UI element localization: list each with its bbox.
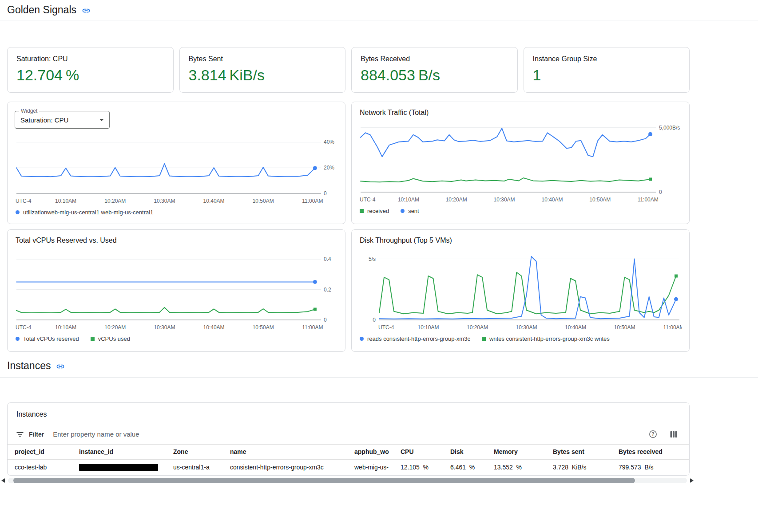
column-header-name[interactable]: name [223,445,347,459]
legend-label: writes consistent-http-errors-group-xm3c… [489,335,610,342]
scroll-left-arrow-icon[interactable] [1,478,5,483]
scorecard-value-number: 1 [533,67,541,83]
svg-text:11:00AM: 11:00AM [302,198,323,204]
svg-text:UTC-4: UTC-4 [378,324,394,331]
filter-label: Filter [29,431,44,438]
svg-text:10:50AM: 10:50AM [589,197,611,203]
column-header-cpu[interactable]: CPU [393,445,443,459]
svg-text:10:20AM: 10:20AM [446,197,467,203]
column-header-project-id[interactable]: project_id [8,445,72,459]
legend-dot-marker [16,210,20,214]
widget-select[interactable]: Widget Saturation: CPU [15,111,110,129]
vcpus-chart-card: Total vCPUs Reserved vs. Used 0.40.20UTC… [7,229,345,352]
table-cell: 3.728 KiB/s [546,459,611,475]
legend-item[interactable]: writes consistent-http-errors-group-xm3c… [482,335,610,342]
filter-bar-actions: ? [649,430,681,438]
svg-text:10:30AM: 10:30AM [154,198,175,204]
disk-throughput-chart[interactable]: 5/s0UTC-410:10AM10:20AM10:30AM10:40AM10:… [359,247,682,333]
svg-text:10:50AM: 10:50AM [253,324,274,331]
scorecard-value-unit: B/s [418,67,440,83]
disk-throughput-legend: reads consistent-http-errors-group-xm3cw… [359,335,682,342]
svg-text:10:20AM: 10:20AM [104,198,126,204]
table-cell: consistent-http-errors-group-xm3c [223,459,347,475]
scorecard-saturation-cpu: Saturation: CPU 12.704% [7,47,174,93]
svg-text:10:20AM: 10:20AM [104,324,126,331]
saturation-cpu-chart[interactable]: 40%20%0UTC-410:10AM10:20AM10:30AM10:40AM… [15,131,338,207]
chart-title: Disk Throughput (Top 5 VMs) [360,236,682,244]
horizontal-scrollbar[interactable] [0,478,695,483]
svg-text:10:20AM: 10:20AM [467,324,488,331]
svg-text:0: 0 [324,317,327,323]
column-header-bytes-received[interactable]: Bytes received [611,445,689,459]
column-header-disk[interactable]: Disk [443,445,487,459]
scorecard-instance-group-size: Instance Group Size 1 [524,47,690,93]
table-cell: 799.573 B/s [611,459,689,475]
column-header-instance-id[interactable]: instance_id [72,445,166,459]
svg-text:20%: 20% [324,165,334,171]
column-header-zone[interactable]: Zone [166,445,223,459]
filter-list-icon [16,430,24,439]
table-cell: web-mig-us- [347,459,393,475]
scorecard-value: 1 [533,67,681,84]
column-selector-icon[interactable] [670,430,678,438]
instances-table-card: Instances Filter ? project_idinstance_id… [7,402,690,476]
legend-square-marker [482,337,486,341]
legend-item[interactable]: sent [401,208,419,214]
scorecard-value-unit: KiB/s [230,67,265,83]
page-title: Golden Signals [7,4,76,16]
table-cell: us-central1-a [166,459,223,475]
legend-label: reads consistent-http-errors-group-xm3c [367,335,470,342]
legend-item[interactable]: Total vCPUs reserved [16,335,79,342]
legend-item[interactable]: reads consistent-http-errors-group-xm3c [360,335,470,342]
charts-grid: Widget Saturation: CPU 40%20%0UTC-410:10… [7,102,690,352]
scorecard-bytes-sent: Bytes Sent 3.814KiB/s [179,47,346,93]
table-cell: 13.552 % [487,459,546,475]
svg-text:UTC-4: UTC-4 [360,197,376,203]
legend-item[interactable]: vCPUs used [91,335,130,342]
scorecard-label: Saturation: CPU [16,55,164,63]
link-icon[interactable] [56,362,65,371]
scorecard-value-number: 12.704 [16,67,63,83]
scorecard-label: Instance Group Size [533,55,681,63]
svg-text:11:00AM: 11:00AM [638,197,659,203]
legend-dot-marker [16,337,20,341]
scrollbar-track[interactable] [8,478,687,483]
svg-text:0.2: 0.2 [324,287,331,293]
svg-text:10:50AM: 10:50AM [614,324,635,331]
column-header-memory[interactable]: Memory [487,445,546,459]
widget-select-floating-label: Widget [19,108,39,114]
scorecard-value: 3.814KiB/s [189,67,337,84]
help-icon[interactable]: ? [649,430,657,438]
svg-text:UTC-4: UTC-4 [16,324,32,331]
chart-title: Total vCPUs Reserved vs. Used [16,236,338,244]
filter-input[interactable] [53,430,644,438]
svg-text:40%: 40% [324,139,334,145]
column-header-bytes-sent[interactable]: Bytes sent [546,445,611,459]
page-header: Golden Signals [0,0,758,20]
scrollbar-thumb[interactable] [13,478,635,483]
svg-text:10:10AM: 10:10AM [398,197,419,203]
legend-label: Total vCPUs reserved [23,335,79,342]
legend-item[interactable]: utilizationweb-mig-us-central1 web-mig-u… [16,209,153,216]
svg-text:0.4: 0.4 [324,256,331,262]
vcpus-chart[interactable]: 0.40.20UTC-410:10AM10:20AM10:30AM10:40AM… [15,247,338,333]
legend-square-marker [360,209,364,213]
svg-text:5/s: 5/s [369,256,376,262]
table-row[interactable]: cco-test-labus-central1-aconsistent-http… [8,459,689,475]
table-cell: 12.105 % [393,459,443,475]
filter-bar: Filter ? [8,424,689,445]
scroll-right-arrow-icon[interactable] [690,478,694,483]
chart-title: Network Traffic (Total) [360,108,682,117]
disk-throughput-chart-card: Disk Throughput (Top 5 VMs) 5/s0UTC-410:… [351,229,690,352]
svg-text:10:10AM: 10:10AM [55,324,76,331]
scorecard-value-number: 3.814 [189,67,226,83]
dashboard-page: Golden Signals Saturation: CPU 12.704% B… [0,0,758,483]
network-traffic-chart[interactable]: 5,000B/s0UTC-410:10AM10:20AM10:30AM10:40… [359,119,682,205]
legend-item[interactable]: received [360,208,389,214]
link-icon[interactable] [82,6,91,15]
svg-text:10:40AM: 10:40AM [203,324,225,331]
instances-table: project_idinstance_idZonenameapphub_woCP… [8,445,689,475]
legend-dot-marker [401,209,405,213]
svg-text:10:10AM: 10:10AM [417,324,439,331]
column-header-apphub-wo[interactable]: apphub_wo [347,445,393,459]
